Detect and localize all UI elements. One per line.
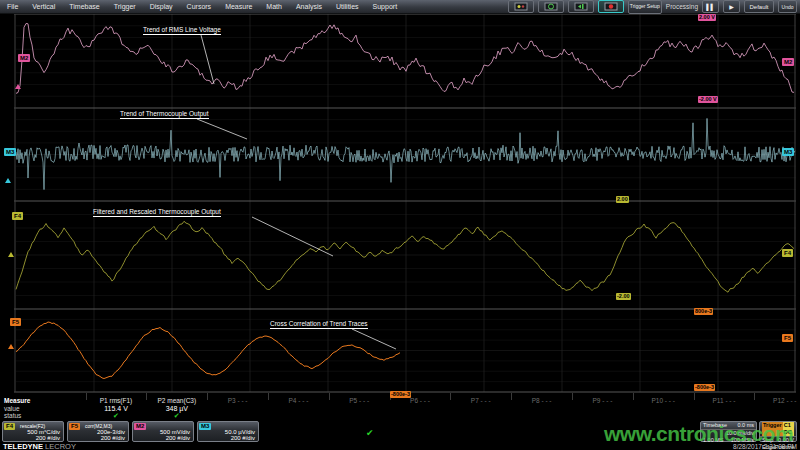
- descriptor-M2[interactable]: M2500 mV/div200 #/div: [132, 421, 194, 442]
- descriptor-M2-points: 200 #/div: [166, 435, 190, 441]
- descriptor-F5-tab: F5: [69, 423, 80, 430]
- trace-tag-M3[interactable]: M3: [4, 148, 16, 156]
- menu-trigger[interactable]: Trigger: [107, 0, 143, 13]
- measure-col-1-status: ✔: [81, 412, 151, 420]
- annotation-leader-line: [201, 35, 214, 84]
- play-icon: ▶: [729, 3, 734, 10]
- menu-support[interactable]: Support: [366, 0, 405, 13]
- scale-tag: 800e-3: [694, 308, 713, 315]
- menu-utilities[interactable]: Utilities: [329, 0, 366, 13]
- brand-logo: TELEDYNE LECROY: [3, 442, 76, 450]
- trace-M3: [16, 118, 795, 189]
- timebase-offset: 0.0 ms: [737, 422, 754, 429]
- trace-offset-marker[interactable]: [8, 344, 14, 349]
- stop-trigger-icon-button[interactable]: [598, 0, 624, 13]
- annotation-leader-line: [197, 119, 247, 139]
- measure-col-3-header[interactable]: P3 - - -: [203, 397, 273, 404]
- trace-offset-marker[interactable]: [5, 178, 11, 183]
- scale-tag: 2.00: [616, 196, 629, 203]
- menu-timebase[interactable]: Timebase: [62, 0, 106, 13]
- scale-tag: -2.00 V: [698, 96, 718, 103]
- trace-M2: [16, 24, 794, 94]
- undo-button[interactable]: Undo: [778, 0, 797, 13]
- descriptor-F4[interactable]: F4rescale(F2)500 m°C/div200 #/div: [2, 421, 64, 442]
- trace-tag-F4[interactable]: F4: [12, 212, 23, 220]
- default-button[interactable]: Default: [744, 0, 774, 13]
- menu-analysis[interactable]: Analysis: [289, 0, 329, 13]
- annotation-4: Cross Correlation of Trend Traces: [270, 320, 368, 329]
- oscilloscope-screen: FileVerticalTimebaseTriggerDisplayCursor…: [0, 0, 800, 450]
- measure-col-11-header[interactable]: P11 - - -: [689, 397, 759, 404]
- trace-tag-F5[interactable]: F5: [782, 334, 793, 342]
- trigger-source: C1 DC: [783, 422, 794, 436]
- trace-tag-F4[interactable]: F4: [782, 249, 793, 257]
- menu-vertical[interactable]: Vertical: [25, 0, 62, 13]
- timebase-samples: 1.00 MS: [703, 437, 723, 444]
- cursors-icon-button[interactable]: [568, 0, 594, 13]
- annotation-2: Trend of Thermocouple Output: [120, 110, 209, 119]
- menu-display[interactable]: Display: [143, 0, 180, 13]
- descriptor-M3-points: 200 #/div: [231, 435, 255, 441]
- cursors-icon: [574, 2, 588, 11]
- measure-col-1-header[interactable]: P1 rms(F1): [81, 397, 151, 404]
- menu-measure[interactable]: Measure: [218, 0, 259, 13]
- display-grid-icon: [514, 2, 528, 11]
- annotation-leader-line: [252, 217, 333, 256]
- stop-trigger-icon: [604, 2, 618, 11]
- measure-col-4-header[interactable]: P4 - - -: [263, 397, 333, 404]
- measure-col-12-header[interactable]: P12 - - -: [750, 397, 800, 404]
- trace-offset-marker[interactable]: [8, 252, 14, 257]
- status-row-label: status: [4, 412, 21, 419]
- pause-button[interactable]: ▌▌: [702, 0, 719, 13]
- scale-tag: -800e-3: [390, 391, 411, 398]
- pause-icon: ▌▌: [706, 4, 715, 10]
- play-button[interactable]: ▶: [723, 0, 740, 13]
- display-grid-icon-button[interactable]: [508, 0, 534, 13]
- menu-file[interactable]: File: [0, 0, 25, 13]
- measure-row-label: Measure: [4, 397, 30, 404]
- processing-status: Processing: [666, 3, 698, 10]
- menu-cursors[interactable]: Cursors: [180, 0, 219, 13]
- scale-tag: -2.00: [616, 293, 631, 300]
- trigger-summary-box[interactable]: Trigger C1 DC Stop 0.00 V Edge Positive: [759, 421, 797, 442]
- trace-F4: [16, 221, 794, 292]
- timebase-label: Timebase: [703, 422, 727, 429]
- trigger-label: Trigger: [762, 422, 783, 436]
- descriptor-M3-tab: M3: [199, 423, 211, 430]
- timebase-scale: 10.0 ms/div: [726, 430, 754, 437]
- trace-tag-M2[interactable]: M2: [782, 58, 794, 66]
- datetime-display: 8/28/2017 2:21:08 PM: [733, 443, 797, 450]
- measure-col-8-header[interactable]: P8 - - -: [507, 397, 577, 404]
- descriptor-M3[interactable]: M350.0 µV/div200 #/div: [197, 421, 259, 442]
- measure-col-5-header[interactable]: P5 - - -: [324, 397, 394, 404]
- zoom-icon: [544, 2, 558, 11]
- trace-tag-M3[interactable]: M3: [782, 148, 794, 156]
- measure-col-2-status: ✔: [142, 412, 212, 420]
- menu-items: FileVerticalTimebaseTriggerDisplayCursor…: [0, 0, 404, 13]
- trigger-setup-label: Trigger Setup: [630, 4, 660, 10]
- waveform-display: [0, 13, 800, 393]
- measure-col-7-header[interactable]: P7 - - -: [446, 397, 516, 404]
- menu-math[interactable]: Math: [259, 0, 289, 13]
- brand-teledyne: TELEDYNE: [3, 442, 43, 450]
- menu-bar: FileVerticalTimebaseTriggerDisplayCursor…: [0, 0, 800, 14]
- brand-lecroy: LECROY: [45, 442, 76, 450]
- zoom-icon-button[interactable]: [538, 0, 564, 13]
- trace-tag-F5[interactable]: F5: [10, 318, 21, 326]
- annotation-1: Trend of RMS Line Voltage: [143, 26, 221, 35]
- measure-col-6-header[interactable]: P6 - - -: [385, 397, 455, 404]
- trigger-setup-button[interactable]: Trigger Setup: [628, 0, 662, 14]
- measure-col-2-value: 348 µV: [142, 405, 212, 412]
- measure-col-10-header[interactable]: P10 - - -: [628, 397, 698, 404]
- default-button-label: Default: [749, 4, 768, 10]
- status-check-icon: ✔: [366, 428, 374, 438]
- measure-col-2-header[interactable]: P2 mean(C3): [142, 397, 212, 404]
- descriptor-F5[interactable]: F5corr(M2,M3)200e-3/div200 #/div: [67, 421, 129, 442]
- scale-tag: -800e-3: [694, 384, 715, 391]
- measure-col-9-header[interactable]: P9 - - -: [567, 397, 637, 404]
- timebase-summary-box[interactable]: Timebase 0.0 ms 10.0 ms/div 1.00 MS 100 …: [700, 421, 757, 442]
- trace-tag-M2[interactable]: M2: [18, 54, 30, 62]
- trace-offset-marker[interactable]: [15, 84, 21, 89]
- scale-tag: 2.00 V: [698, 14, 716, 21]
- toolbar-right: Trigger Setup Processing ▌▌ ▶ Default Un…: [508, 0, 800, 14]
